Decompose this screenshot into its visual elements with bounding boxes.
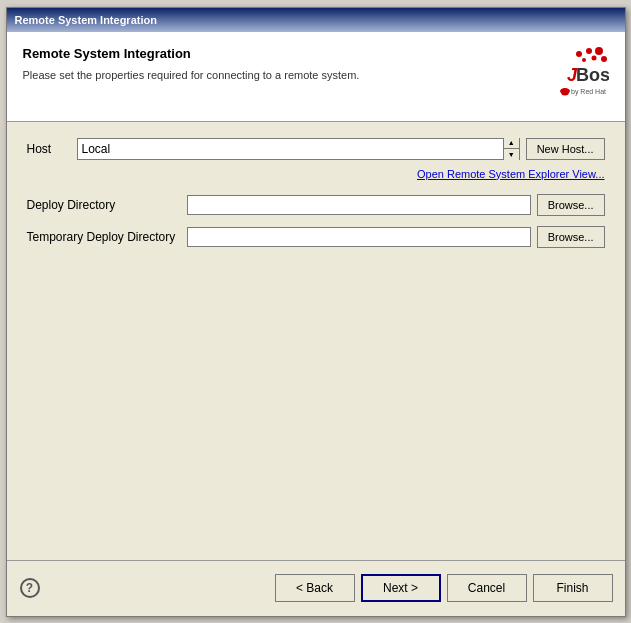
deploy-directory-row: Deploy Directory Browse... (27, 194, 605, 216)
jboss-logo-svg: J Boss by Red Hat (519, 46, 609, 106)
wizard-title: Remote System Integration (23, 46, 509, 61)
cancel-button[interactable]: Cancel (447, 574, 527, 602)
deploy-directory-input[interactable] (187, 195, 531, 215)
wizard-description: Please set the properties required for c… (23, 69, 509, 81)
temp-deploy-directory-label: Temporary Deploy Directory (27, 230, 187, 244)
host-input[interactable] (78, 140, 503, 158)
temp-deploy-directory-input[interactable] (187, 227, 531, 247)
dialog-content: Remote System Integration Please set the… (7, 32, 625, 616)
dialog-container: Remote System Integration Remote System … (6, 7, 626, 617)
button-bar: ? < Back Next > Cancel Finish (7, 560, 625, 616)
svg-point-4 (582, 58, 586, 62)
help-button[interactable]: ? (20, 578, 40, 598)
next-button[interactable]: Next > (361, 574, 441, 602)
svg-point-5 (601, 56, 607, 62)
title-bar: Remote System Integration (7, 8, 625, 32)
svg-point-10 (561, 88, 569, 95)
svg-point-0 (576, 51, 582, 57)
back-button[interactable]: < Back (275, 574, 355, 602)
help-icon-wrapper: ? (19, 577, 41, 599)
form-area: Host ▲ ▼ New Host... Open Remote System … (7, 122, 625, 560)
header-text-block: Remote System Integration Please set the… (23, 46, 509, 81)
host-select-wrapper: ▲ ▼ (77, 138, 520, 160)
svg-point-1 (586, 48, 592, 54)
deploy-directory-label: Deploy Directory (27, 198, 187, 212)
host-spinner: ▲ ▼ (503, 138, 519, 160)
temp-deploy-directory-browse-button[interactable]: Browse... (537, 226, 605, 248)
jboss-logo: J Boss by Red Hat (519, 46, 609, 106)
svg-text:Boss: Boss (576, 65, 609, 85)
nav-buttons: < Back Next > Cancel Finish (275, 574, 613, 602)
svg-point-3 (591, 55, 596, 60)
title-bar-label: Remote System Integration (15, 14, 157, 26)
spinner-up-button[interactable]: ▲ (504, 138, 519, 150)
host-label: Host (27, 142, 77, 156)
header-area: Remote System Integration Please set the… (7, 32, 625, 122)
finish-button[interactable]: Finish (533, 574, 613, 602)
svg-point-2 (595, 47, 603, 55)
host-row: Host ▲ ▼ New Host... (27, 138, 605, 160)
svg-text:by Red Hat: by Red Hat (571, 88, 606, 96)
spinner-down-button[interactable]: ▼ (504, 149, 519, 160)
open-remote-system-link[interactable]: Open Remote System Explorer View... (27, 168, 605, 180)
new-host-button[interactable]: New Host... (526, 138, 605, 160)
temp-deploy-directory-row: Temporary Deploy Directory Browse... (27, 226, 605, 248)
deploy-directory-browse-button[interactable]: Browse... (537, 194, 605, 216)
